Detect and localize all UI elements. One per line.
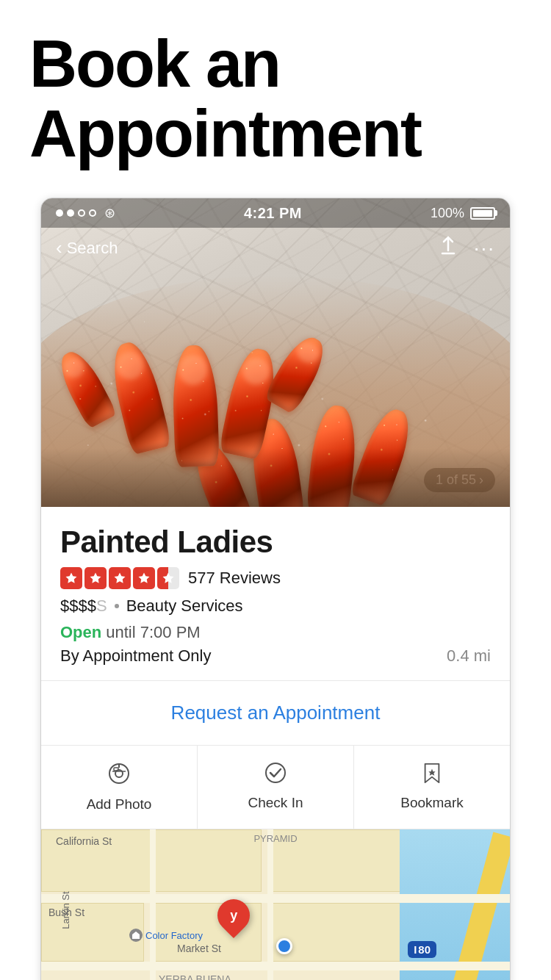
signal-dot-3 <box>78 209 85 217</box>
price-text: $$$$S <box>60 597 107 616</box>
signal-dot-1 <box>56 209 63 217</box>
stars-container <box>60 567 179 589</box>
more-options-icon[interactable]: ··· <box>474 237 495 260</box>
street-label-california: California St <box>56 835 112 847</box>
hours-text: until 7:00 PM <box>106 623 200 642</box>
open-status: Open <box>60 623 101 642</box>
add-photo-icon <box>107 762 131 790</box>
svg-marker-13 <box>132 932 140 934</box>
yelp-logo-in-pin: y <box>230 908 237 923</box>
bookmark-button[interactable]: Bookmark <box>354 746 510 829</box>
photo-section[interactable]: ⊛ 4:21 PM 100% ‹ Search <box>41 198 510 507</box>
map-street-vertical-2 <box>267 829 273 980</box>
photo-bottom-fade <box>41 448 510 507</box>
request-appointment-button[interactable]: Request an Appointment <box>41 681 510 746</box>
pyramid-label: PYRAMID <box>253 833 297 844</box>
phone-mockup: ⊛ 4:21 PM 100% ‹ Search <box>40 198 511 980</box>
distance-text: 0.4 mi <box>447 646 491 666</box>
check-in-button[interactable]: Check In <box>198 746 354 829</box>
status-bar: ⊛ 4:21 PM 100% <box>41 198 510 228</box>
wifi-icon: ⊛ <box>104 205 115 221</box>
pin-body: y <box>211 893 256 938</box>
check-in-label: Check In <box>248 795 303 811</box>
map-block-5 <box>273 903 419 962</box>
bookmark-icon <box>422 762 442 789</box>
cta-section: Request an Appointment Add Photo <box>41 681 510 829</box>
svg-marker-11 <box>428 768 435 775</box>
svg-point-10 <box>266 763 285 782</box>
svg-marker-4 <box>163 573 174 583</box>
signal-dot-2 <box>67 209 74 217</box>
meta-row: $$$$S Beauty Services <box>60 597 491 616</box>
user-location-dot <box>276 938 292 954</box>
battery-area: 100% <box>431 206 495 221</box>
star-3 <box>109 567 131 589</box>
svg-marker-0 <box>66 573 77 583</box>
interstate-label: I <box>414 943 417 956</box>
street-label-market: Market St <box>177 943 221 954</box>
nav-actions: ··· <box>440 236 495 261</box>
page-title: Book an Appointment <box>29 29 522 168</box>
street-label-larkin: Larkin St <box>60 891 71 929</box>
yelp-location-pin: y <box>217 899 250 936</box>
battery-icon <box>470 207 495 220</box>
svg-marker-2 <box>115 573 126 583</box>
share-icon[interactable] <box>440 236 456 261</box>
battery-body <box>470 207 495 220</box>
yerba-buena-label: YERBA BUENA <box>159 973 231 980</box>
svg-marker-1 <box>90 573 101 583</box>
bookmark-label: Bookmark <box>400 795 464 811</box>
hours-row: Open until 7:00 PM <box>60 623 491 642</box>
dot-separator <box>115 604 119 608</box>
action-buttons-row: Add Photo Check In Boo <box>41 746 510 829</box>
business-card: Painted Ladies <box>41 507 510 681</box>
category-text: Beauty Services <box>126 597 243 616</box>
check-in-icon <box>264 762 287 789</box>
business-name: Painted Ladies <box>60 525 491 560</box>
star-2 <box>84 567 107 589</box>
svg-marker-3 <box>139 573 150 583</box>
status-time: 4:21 PM <box>244 205 302 222</box>
map-background: California St Bush St Market St PYRAMID … <box>41 829 510 980</box>
star-1 <box>60 567 82 589</box>
signal-dot-4 <box>89 209 96 217</box>
back-button[interactable]: ‹ Search <box>56 237 118 259</box>
page-header: Book an Appointment <box>0 0 551 190</box>
rating-row: 577 Reviews <box>60 567 491 589</box>
highway-shield-80: I 80 <box>408 941 436 958</box>
back-label: Search <box>67 239 118 258</box>
museum-icon <box>129 929 143 942</box>
nav-bar: ‹ Search ··· <box>41 228 510 268</box>
add-photo-label: Add Photo <box>87 796 152 813</box>
map-street-vertical-1 <box>150 829 156 980</box>
color-factory-label: Color Factory <box>129 929 203 942</box>
appointment-distance-row: By Appointment Only 0.4 mi <box>60 646 491 666</box>
review-count: 577 Reviews <box>188 569 281 588</box>
map-street-horizontal-1 <box>41 894 510 903</box>
battery-percent: 100% <box>431 206 464 221</box>
battery-fill <box>473 210 492 217</box>
star-4 <box>133 567 155 589</box>
back-chevron-icon: ‹ <box>56 237 62 259</box>
appointment-type: By Appointment Only <box>60 646 211 666</box>
svg-rect-7 <box>114 768 118 771</box>
svg-rect-12 <box>132 934 140 939</box>
signal-area: ⊛ <box>56 205 115 221</box>
add-photo-button[interactable]: Add Photo <box>41 746 198 829</box>
highway-number: 80 <box>418 943 431 956</box>
map-street-horizontal-2 <box>41 962 510 970</box>
map-section[interactable]: California St Bush St Market St PYRAMID … <box>41 829 510 980</box>
star-5-half <box>157 567 179 589</box>
